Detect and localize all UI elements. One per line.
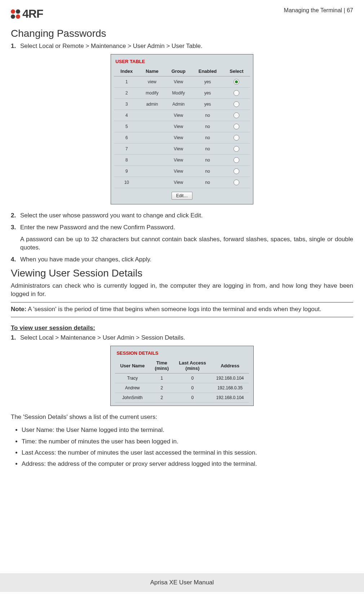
radio-select[interactable] xyxy=(234,79,239,85)
table-row: 7Viewno xyxy=(114,143,250,154)
cell-index: 7 xyxy=(114,143,139,154)
cell-group: View xyxy=(165,154,192,165)
logo: 4RF xyxy=(11,7,43,21)
list-item: Last Access: the number of minutes the u… xyxy=(22,448,353,457)
cell-time: 2 xyxy=(150,393,174,403)
table-row: 9Viewno xyxy=(114,165,250,177)
cell-group: View xyxy=(165,76,192,87)
step-number: 2. xyxy=(11,212,20,220)
table-row: 10Viewno xyxy=(114,177,250,188)
col-index: Index xyxy=(114,66,139,76)
cell-select xyxy=(223,87,250,98)
col-name: Name xyxy=(139,66,165,76)
step-text: When you have made your changes, click A… xyxy=(20,256,353,264)
table-row: Tracy10192.168.0.104 xyxy=(115,373,249,383)
cell-time: 2 xyxy=(150,383,174,393)
table-row: 6Viewno xyxy=(114,132,250,143)
table-row: 8Viewno xyxy=(114,154,250,165)
user-table: Index Name Group Enabled Select 1viewVie… xyxy=(114,66,250,188)
cell-select xyxy=(223,76,250,87)
cell-name xyxy=(139,110,165,121)
session-details-title: SESSION DETAILS xyxy=(115,350,249,358)
session-note: Note: A 'session' is the period of time … xyxy=(11,305,353,314)
col-username: User Name xyxy=(115,358,150,373)
step-text: Select Local or Remote > Maintenance > U… xyxy=(20,42,353,50)
cell-group: View xyxy=(165,110,192,121)
cell-user: Tracy xyxy=(115,373,150,383)
cell-index: 6 xyxy=(114,132,139,143)
cell-addr: 192.168.0.104 xyxy=(211,393,249,403)
note-text: A 'session' is the period of time that b… xyxy=(26,306,321,313)
cell-enabled: no xyxy=(192,177,223,188)
col-address: Address xyxy=(211,358,249,373)
table-row: 1viewViewyes xyxy=(114,76,250,87)
sub-heading: To view user session details: xyxy=(11,324,353,332)
cell-name xyxy=(139,165,165,177)
heading-viewing-session: Viewing User Session Details xyxy=(11,267,353,279)
col-group: Group xyxy=(165,66,192,76)
cell-enabled: yes xyxy=(192,98,223,110)
cell-enabled: no xyxy=(192,132,223,143)
session-closing: The 'Session Details' shows a list of th… xyxy=(11,413,353,421)
table-row: 2modifyModifyyes xyxy=(114,87,250,98)
session-table: User Name Time (mins) Last Access (mins)… xyxy=(115,358,249,403)
cell-name: modify xyxy=(139,87,165,98)
cell-group: Admin xyxy=(165,98,192,110)
table-row: JohnSmith20192.168.0.104 xyxy=(115,393,249,403)
cell-addr: 192.168.0.35 xyxy=(211,383,249,393)
cell-enabled: no xyxy=(192,110,223,121)
table-row: 4Viewno xyxy=(114,110,250,121)
radio-select[interactable] xyxy=(234,135,239,141)
cell-enabled: no xyxy=(192,121,223,132)
cell-select xyxy=(223,154,250,165)
cell-select xyxy=(223,132,250,143)
session-step-1: 1. Select Local > Maintenance > User Adm… xyxy=(11,334,353,342)
radio-select[interactable] xyxy=(234,112,239,118)
cell-name xyxy=(139,132,165,143)
step-3: 3. Enter the new Password and the new Co… xyxy=(11,224,353,232)
user-table-screenshot: USER TABLE Index Name Group Enabled Sele… xyxy=(111,54,253,204)
table-row: 3adminAdminyes xyxy=(114,98,250,110)
cell-user: JohnSmith xyxy=(115,393,150,403)
radio-select[interactable] xyxy=(234,146,239,152)
divider xyxy=(11,302,353,302)
radio-select[interactable] xyxy=(234,180,239,185)
cell-time: 1 xyxy=(150,373,174,383)
cell-name xyxy=(139,154,165,165)
cell-name xyxy=(139,121,165,132)
cell-index: 5 xyxy=(114,121,139,132)
cell-select xyxy=(223,177,250,188)
cell-group: View xyxy=(165,165,192,177)
footer: Aprisa XE User Manual xyxy=(0,573,364,592)
step-3-note: A password can be up to 32 characters bu… xyxy=(20,235,353,252)
table-row: Andrew20192.168.0.35 xyxy=(115,383,249,393)
col-enabled: Enabled xyxy=(192,66,223,76)
radio-select[interactable] xyxy=(234,124,239,129)
cell-group: View xyxy=(165,121,192,132)
cell-enabled: no xyxy=(192,165,223,177)
cell-enabled: no xyxy=(192,143,223,154)
session-details-screenshot: SESSION DETAILS User Name Time (mins) La… xyxy=(110,346,253,406)
cell-name xyxy=(139,177,165,188)
radio-select[interactable] xyxy=(234,90,239,96)
cell-index: 9 xyxy=(114,165,139,177)
step-2: 2. Select the user whose password you wa… xyxy=(11,212,353,220)
radio-select[interactable] xyxy=(234,101,239,107)
cell-index: 3 xyxy=(114,98,139,110)
step-number: 1. xyxy=(11,42,20,50)
cell-last: 0 xyxy=(174,383,211,393)
divider xyxy=(11,317,353,317)
edit-button[interactable]: Edit… xyxy=(172,192,193,200)
cell-index: 10 xyxy=(114,177,139,188)
list-item: Address: the address of the computer or … xyxy=(22,459,353,469)
cell-enabled: no xyxy=(192,154,223,165)
cell-select xyxy=(223,121,250,132)
list-item: User Name: the User Name logged into the… xyxy=(22,425,353,435)
cell-index: 1 xyxy=(114,76,139,87)
step-number: 3. xyxy=(11,224,20,232)
radio-select[interactable] xyxy=(234,168,239,174)
step-4: 4. When you have made your changes, clic… xyxy=(11,256,353,264)
cell-enabled: yes xyxy=(192,87,223,98)
radio-select[interactable] xyxy=(234,157,239,163)
cell-index: 8 xyxy=(114,154,139,165)
